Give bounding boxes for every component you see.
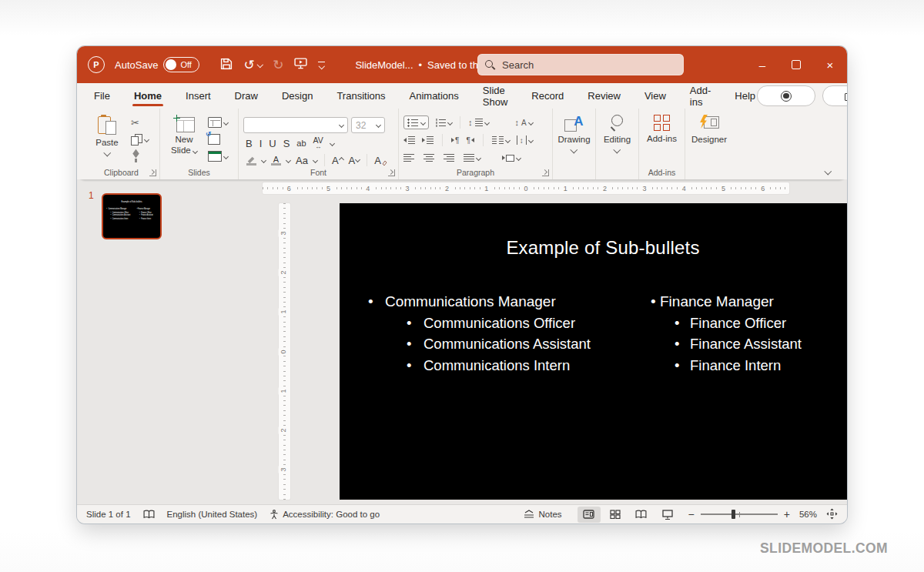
tab-animations[interactable]: Animations — [408, 85, 460, 106]
increase-font-button[interactable]: A — [332, 155, 343, 166]
reset-slide-icon[interactable] — [208, 134, 220, 145]
character-spacing-button[interactable]: AV ↔ — [313, 136, 323, 151]
change-case-button[interactable]: Aa — [296, 155, 308, 166]
tab-add-ins[interactable]: Add-ins — [688, 80, 712, 112]
ltr-direction-button[interactable]: ¶ — [451, 136, 459, 145]
notes-button[interactable]: Notes — [523, 510, 562, 519]
rtl-direction-button[interactable]: ¶ — [466, 136, 474, 145]
font-color-button[interactable]: A — [271, 156, 281, 166]
slide-bullet-item[interactable]: •Finance Intern — [651, 355, 802, 376]
highlight-pen-icon[interactable] — [246, 156, 256, 166]
zoom-slider-handle[interactable] — [732, 510, 735, 519]
drawing-button[interactable]: A Drawing — [557, 112, 591, 167]
tab-record[interactable]: Record — [530, 85, 565, 106]
align-left-icon[interactable] — [403, 154, 414, 162]
maximize-button[interactable] — [779, 46, 813, 83]
tab-help[interactable]: Help — [733, 85, 757, 106]
columns-button[interactable] — [492, 136, 510, 145]
justify-button[interactable] — [464, 154, 480, 162]
powerpoint-logo-icon[interactable]: P — [88, 56, 105, 73]
increase-indent-button[interactable] — [422, 136, 434, 145]
bold-button[interactable]: B — [246, 138, 253, 149]
tab-transitions[interactable]: Transitions — [335, 85, 387, 106]
paste-button[interactable]: Paste — [88, 112, 126, 167]
change-case-dropdown-icon[interactable] — [313, 157, 318, 162]
slide-bullet-item[interactable]: •Communications Intern — [368, 355, 591, 376]
decrease-indent-button[interactable] — [403, 136, 415, 145]
font-size-combo[interactable]: 32 — [351, 117, 385, 133]
slideshow-view-button[interactable] — [656, 507, 679, 523]
collapse-ribbon-icon[interactable] — [824, 167, 831, 174]
zoom-in-button[interactable]: + — [784, 509, 790, 520]
bullets-button[interactable] — [403, 115, 429, 129]
char-spacing-dropdown-icon[interactable] — [330, 140, 335, 146]
align-center-icon[interactable] — [424, 154, 434, 162]
minimize-button[interactable]: – — [745, 46, 779, 83]
slide-bullet-item[interactable]: •Communications Assistant — [368, 333, 591, 355]
slide-sorter-view-button[interactable] — [604, 507, 627, 523]
slide-layout-icon[interactable] — [208, 117, 222, 128]
clear-formatting-button[interactable]: A — [374, 155, 387, 166]
autosave-toggle[interactable]: Off — [163, 57, 199, 72]
accessibility-status[interactable]: Accessibility: Good to go — [270, 510, 380, 520]
slide-bullet-item[interactable]: •Communications Manager — [368, 291, 591, 313]
fit-slide-button[interactable] — [826, 508, 838, 521]
tab-view[interactable]: View — [643, 85, 668, 106]
spellcheck-book-icon[interactable] — [143, 510, 155, 519]
customize-qat-icon[interactable] — [318, 62, 325, 69]
new-slide-button[interactable]: New Slide — [165, 112, 203, 167]
font-name-combo[interactable] — [243, 117, 348, 133]
addins-button[interactable]: Add-ins — [644, 112, 680, 167]
tab-draw[interactable]: Draw — [233, 85, 259, 106]
editing-button[interactable]: Editing — [601, 112, 634, 167]
present-in-teams-button[interactable] — [822, 85, 847, 106]
slide-bullet-item[interactable]: •Finance Assistant — [651, 333, 802, 355]
cut-icon[interactable]: ✂ — [131, 117, 139, 129]
double-strikethrough-button[interactable]: ab — [296, 139, 306, 148]
sort-text-button[interactable]: ↕ A — [515, 118, 533, 127]
slide-indicator[interactable]: Slide 1 of 1 — [86, 510, 131, 519]
tab-insert[interactable]: Insert — [184, 85, 213, 106]
slide-bullet-item[interactable]: •Finance Officer — [651, 313, 802, 334]
font-dialog-launcher[interactable] — [388, 169, 395, 176]
highlight-dropdown-icon[interactable] — [261, 157, 266, 162]
save-icon[interactable] — [220, 58, 233, 72]
close-button[interactable]: × — [813, 46, 847, 83]
copy-dropdown-icon[interactable] — [144, 136, 149, 142]
numbering-button[interactable] — [435, 119, 452, 127]
slide-canvas[interactable]: Example of Sub-bullets•Communications Ma… — [340, 203, 847, 500]
font-color-dropdown-icon[interactable] — [286, 157, 291, 162]
zoom-out-button[interactable]: − — [688, 509, 695, 520]
undo-icon[interactable]: ↺ — [243, 59, 254, 72]
tab-slide-show[interactable]: Slide Show — [481, 80, 510, 112]
tab-home[interactable]: Home — [132, 85, 163, 106]
align-text-button[interactable]: ↕ — [517, 135, 533, 145]
copy-icon[interactable] — [131, 134, 142, 146]
zoom-slider[interactable] — [701, 510, 778, 519]
tab-review[interactable]: Review — [586, 85, 622, 106]
decrease-font-button[interactable]: A — [349, 155, 360, 166]
tab-file[interactable]: File — [92, 85, 112, 106]
underline-button[interactable]: U — [269, 138, 276, 149]
strikethrough-button[interactable]: S — [283, 138, 290, 149]
slide-title-text[interactable]: Example of Sub-bullets — [340, 237, 847, 259]
clipboard-dialog-launcher[interactable] — [149, 169, 156, 176]
tab-design[interactable]: Design — [280, 85, 314, 106]
convert-smartart-button[interactable] — [502, 155, 521, 162]
search-box[interactable]: Search — [477, 54, 684, 75]
format-painter-icon[interactable] — [131, 151, 142, 162]
normal-view-button[interactable] — [578, 507, 601, 523]
section-icon[interactable] — [208, 151, 222, 162]
zoom-level[interactable]: 56% — [799, 510, 817, 519]
undo-dropdown-icon[interactable] — [256, 62, 263, 68]
paragraph-dialog-launcher[interactable] — [542, 169, 549, 176]
designer-button[interactable]: Designer — [690, 112, 728, 167]
layout-dropdown-icon[interactable] — [223, 119, 229, 125]
italic-button[interactable]: I — [259, 138, 263, 149]
start-slideshow-icon[interactable] — [294, 58, 307, 72]
slide-thumbnail[interactable]: Example of Sub-bullets•Communications Ma… — [102, 193, 162, 239]
autosave-control[interactable]: AutoSave Off — [115, 57, 199, 72]
language-indicator[interactable]: English (United States) — [167, 510, 258, 519]
reading-view-button[interactable] — [630, 507, 653, 523]
slide-bullet-item[interactable]: •Communications Officer — [368, 313, 591, 334]
